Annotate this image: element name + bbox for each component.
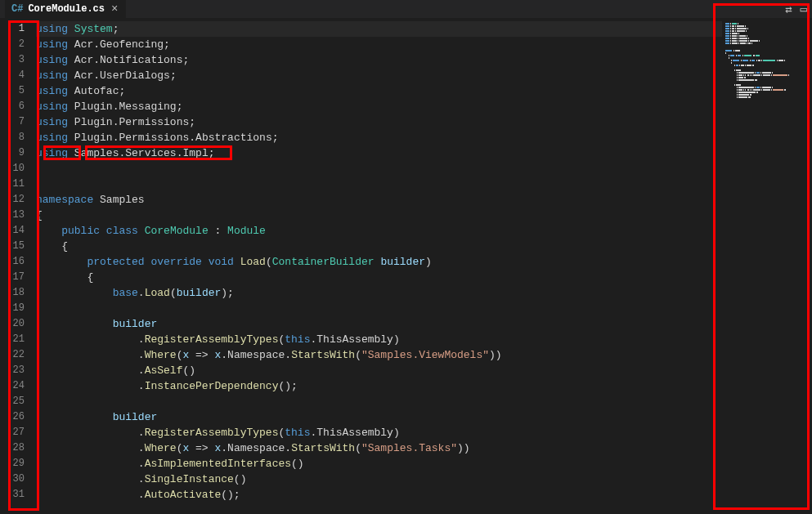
- minimap-line: [725, 82, 809, 83]
- code-line[interactable]: using Acr.Geofencing;: [36, 37, 722, 52]
- code-line[interactable]: {: [36, 270, 722, 285]
- line-number: 15: [0, 239, 25, 254]
- line-number: 10: [0, 161, 25, 177]
- code-line[interactable]: .SingleInstance(): [36, 472, 722, 487]
- line-number: 1: [0, 21, 25, 37]
- code-line[interactable]: using Plugin.Permissions;: [36, 114, 722, 130]
- code-line[interactable]: protected override void Load(ContainerBu…: [36, 254, 722, 270]
- code-line[interactable]: builder: [36, 316, 722, 332]
- minimap-line: [725, 40, 809, 42]
- minimap-line: [725, 72, 809, 74]
- line-number: 16: [0, 254, 25, 270]
- line-number: 6: [0, 99, 25, 114]
- code-line[interactable]: .Where(x => x.Namespace.StartsWith("Samp…: [36, 440, 722, 456]
- minimap-line: [725, 23, 809, 25]
- code-line[interactable]: {: [36, 208, 722, 223]
- code-line[interactable]: .AutoActivate();: [36, 487, 722, 503]
- line-number: 30: [0, 472, 25, 487]
- line-number: 13: [0, 208, 25, 223]
- minimap-line: [725, 28, 809, 29]
- line-number-gutter[interactable]: 1234567891011121314151617181920212223242…: [0, 18, 36, 514]
- minimap-line: [725, 47, 809, 49]
- minimap-line: [725, 96, 809, 98]
- code-line[interactable]: [36, 177, 722, 192]
- minimap-line: [725, 52, 809, 54]
- code-line[interactable]: .RegisterAssemblyTypes(this.ThisAssembly…: [36, 425, 722, 440]
- minimap-line: [725, 42, 809, 44]
- line-number: 20: [0, 316, 25, 332]
- minimap-line: [725, 74, 809, 76]
- minimap-line: [725, 30, 809, 32]
- minimap-line: [725, 92, 809, 93]
- code-line[interactable]: builder: [36, 409, 722, 425]
- minimap-line: [725, 87, 809, 88]
- line-number: 3: [0, 52, 25, 68]
- line-number: 5: [0, 83, 25, 99]
- split-editor-icon[interactable]: ▭: [801, 2, 807, 16]
- line-number: 27: [0, 425, 25, 440]
- minimap-line: [725, 35, 809, 37]
- line-number: 17: [0, 270, 25, 285]
- code-line[interactable]: using Autofac;: [36, 83, 722, 99]
- minimap-line: [725, 45, 809, 47]
- code-line[interactable]: .InstancePerDependency();: [36, 378, 722, 394]
- code-line[interactable]: .Where(x => x.Namespace.StartsWith("Samp…: [36, 347, 722, 363]
- editor-area: 1234567891011121314151617181920212223242…: [0, 18, 812, 514]
- code-line[interactable]: base.Load(builder);: [36, 285, 722, 301]
- code-line[interactable]: using System;: [36, 21, 722, 37]
- csharp-icon: C#: [11, 3, 23, 15]
- line-number: 22: [0, 347, 25, 363]
- minimap-line: [725, 25, 809, 27]
- minimap-line: [725, 62, 809, 64]
- line-number: 26: [0, 409, 25, 425]
- line-number: 4: [0, 68, 25, 83]
- line-number: 19: [0, 301, 25, 316]
- minimap-line: [725, 89, 809, 91]
- code-line[interactable]: using Plugin.Messaging;: [36, 99, 722, 114]
- line-number: 7: [0, 114, 25, 130]
- code-line[interactable]: .AsSelf(): [36, 363, 722, 378]
- editor-actions: ⇄ ▭: [785, 2, 807, 16]
- minimap-line: [725, 55, 809, 56]
- line-number: 14: [0, 223, 25, 239]
- minimap-line: [725, 65, 809, 66]
- code-line[interactable]: [36, 394, 722, 409]
- minimap-line: [725, 94, 809, 96]
- compare-icon[interactable]: ⇄: [785, 2, 792, 16]
- line-number: 11: [0, 177, 25, 192]
- tab-label: CoreModule.cs: [28, 3, 105, 15]
- tab-bar: C# CoreModule.cs × ⇄ ▭: [0, 0, 812, 18]
- minimap-line: [725, 60, 809, 61]
- line-number: 12: [0, 192, 25, 208]
- code-line[interactable]: using Plugin.Permissions.Abstractions;: [36, 130, 722, 145]
- minimap-line: [725, 77, 809, 78]
- code-line[interactable]: using Acr.UserDialogs;: [36, 68, 722, 83]
- code-line[interactable]: [36, 161, 722, 177]
- code-editor[interactable]: using System;using Acr.Geofencing;using …: [36, 18, 722, 514]
- minimap-line: [725, 79, 809, 81]
- line-number: 28: [0, 440, 25, 456]
- line-number: 23: [0, 363, 25, 378]
- code-line[interactable]: public class CoreModule : Module: [36, 223, 722, 239]
- line-number: 24: [0, 378, 25, 394]
- line-number: 29: [0, 456, 25, 472]
- line-number: 2: [0, 37, 25, 52]
- code-line[interactable]: using Acr.Notifications;: [36, 52, 722, 68]
- code-line[interactable]: .AsImplementedInterfaces(): [36, 456, 722, 472]
- code-line[interactable]: using Samples.Services.Impl;: [36, 145, 722, 161]
- minimap-line: [725, 50, 809, 51]
- line-number: 9: [0, 145, 25, 161]
- line-number: 25: [0, 394, 25, 409]
- minimap[interactable]: [722, 18, 812, 514]
- tab-active[interactable]: C# CoreModule.cs ×: [5, 0, 126, 18]
- minimap-line: [725, 33, 809, 34]
- close-icon[interactable]: ×: [110, 2, 119, 16]
- code-line[interactable]: namespace Samples: [36, 192, 722, 208]
- code-line[interactable]: {: [36, 239, 722, 254]
- line-number: 8: [0, 130, 25, 145]
- minimap-line: [725, 84, 809, 86]
- minimap-line: [725, 57, 809, 59]
- code-line[interactable]: .RegisterAssemblyTypes(this.ThisAssembly…: [36, 332, 722, 347]
- code-line[interactable]: [36, 301, 722, 316]
- minimap-line: [725, 67, 809, 69]
